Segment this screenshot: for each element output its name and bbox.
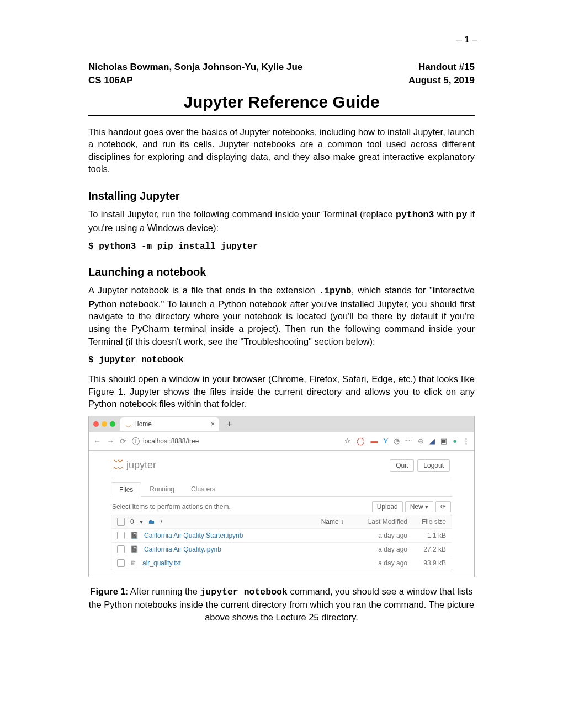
tab-running[interactable]: Running	[141, 481, 183, 496]
text: ython	[94, 299, 120, 309]
title-rule	[88, 115, 475, 116]
file-table-header: 0 ▾ 🖿 / Name ↓ Last Modified File size	[111, 515, 452, 529]
bold-b: b	[138, 299, 144, 309]
browser-tab[interactable]: ◡ Home ×	[120, 417, 219, 431]
size-column-header[interactable]: File size	[413, 518, 446, 526]
window-controls[interactable]	[93, 421, 115, 427]
extension-icon[interactable]: ◢	[429, 437, 435, 445]
text: nteractive	[435, 285, 475, 295]
file-size: 1.1 kB	[413, 532, 446, 539]
launch-paragraph-2: This should open a window in your browse…	[88, 373, 475, 410]
refresh-button[interactable]: ⟳	[435, 501, 451, 512]
figure-caption: Figure 1: After running the jupyter note…	[88, 585, 475, 623]
close-icon[interactable]	[93, 421, 99, 427]
inline-code-python3: python3	[396, 210, 434, 220]
handout-number: Handout #15	[408, 61, 475, 74]
selected-count: 0	[130, 518, 134, 526]
inline-code-ipynb: .ipynb	[318, 286, 351, 296]
text: , which stands for "	[352, 285, 433, 295]
back-icon[interactable]: ←	[93, 437, 101, 446]
bold-n: n	[120, 299, 125, 309]
site-info-icon[interactable]: i	[132, 437, 140, 445]
row-checkbox[interactable]	[117, 532, 125, 539]
extension-icon[interactable]: ⊕	[418, 437, 424, 445]
address-field[interactable]: i localhost:8888/tree	[132, 437, 199, 445]
row-checkbox[interactable]	[117, 559, 125, 567]
table-row[interactable]: 📓 California Air Quality Starter.ipynb a…	[111, 529, 452, 543]
file-name[interactable]: air_quality.txt	[142, 559, 349, 567]
browser-screenshot: ◡ Home × + ← → ⟳ i localhost:8888/tree ☆…	[88, 416, 475, 577]
file-table: 0 ▾ 🖿 / Name ↓ Last Modified File size 📓…	[111, 515, 452, 570]
figure-label: Figure 1	[90, 586, 125, 596]
maximize-icon[interactable]	[110, 421, 115, 427]
tab-strip: ◡ Home × +	[89, 416, 474, 432]
forward-icon[interactable]: →	[107, 437, 114, 446]
authors: Nicholas Bowman, Sonja Johnson-Yu, Kylie…	[88, 61, 302, 74]
file-modified: a day ago	[355, 545, 407, 553]
extension-icon[interactable]: ▣	[440, 437, 447, 445]
text: with	[434, 209, 456, 219]
url-text: localhost:8888/tree	[143, 437, 199, 445]
breadcrumb-slash: /	[161, 518, 162, 526]
reload-icon[interactable]: ⟳	[120, 437, 126, 446]
close-tab-icon[interactable]: ×	[211, 420, 215, 428]
table-row[interactable]: 📓 California Air Quality.ipynb a day ago…	[111, 543, 452, 556]
modified-column-header[interactable]: Last Modified	[355, 518, 407, 526]
inline-code-py: py	[456, 210, 468, 220]
page-title: Jupyter Reference Guide	[88, 93, 475, 111]
menu-icon[interactable]: ⋮	[463, 437, 470, 445]
select-all-checkbox[interactable]	[117, 518, 125, 526]
intro-paragraph: This handout goes over the basics of Jup…	[88, 126, 475, 175]
tab-clusters[interactable]: Clusters	[183, 481, 224, 496]
extension-icon[interactable]: 〰	[405, 437, 412, 445]
file-size: 93.9 kB	[413, 559, 446, 567]
upload-button[interactable]: Upload	[372, 501, 403, 512]
quit-button[interactable]: Quit	[390, 459, 414, 472]
install-paragraph: To install Jupyter, run the following co…	[88, 208, 475, 234]
tab-files[interactable]: Files	[111, 482, 141, 497]
star-icon[interactable]: ☆	[344, 437, 351, 445]
name-column-header[interactable]: Name ↓	[168, 518, 349, 526]
extension-icon[interactable]: Y	[383, 437, 388, 445]
table-row[interactable]: 🗎 air_quality.txt a day ago 93.9 kB	[111, 556, 452, 570]
jupyter-logo-icon: 〰〰	[113, 458, 123, 472]
url-bar: ← → ⟳ i localhost:8888/tree ☆ ◯ ▬ Y ◔ 〰 …	[89, 432, 474, 451]
extension-icon[interactable]: ◔	[394, 437, 400, 445]
bold-P: P	[88, 299, 94, 309]
inline-code-jupyter-notebook: jupyter notebook	[200, 587, 287, 597]
minimize-icon[interactable]	[102, 421, 107, 427]
row-checkbox[interactable]	[117, 545, 125, 553]
dropdown-icon[interactable]: ▾	[140, 518, 143, 526]
section-heading-launch: Launching a notebook	[88, 266, 475, 279]
logout-button[interactable]: Logout	[417, 459, 450, 472]
profile-avatar-icon[interactable]: ●	[453, 437, 457, 445]
extension-icon[interactable]: ◯	[357, 437, 365, 445]
new-tab-button[interactable]: +	[224, 419, 235, 429]
text: ook." To launch a Python notebook after …	[88, 299, 475, 346]
jupyter-page: 〰〰 jupyter Quit Logout Files Running Clu…	[89, 451, 474, 577]
launch-command: $ jupyter notebook	[88, 355, 475, 365]
text: ote	[125, 299, 138, 309]
install-command: $ python3 -m pip install jupyter	[88, 242, 475, 251]
file-icon: 🗎	[130, 559, 137, 567]
file-name[interactable]: California Air Quality.ipynb	[144, 545, 349, 553]
folder-icon[interactable]: 🖿	[148, 518, 155, 526]
file-modified: a day ago	[355, 559, 407, 567]
extension-icon[interactable]: ▬	[370, 437, 378, 445]
new-button[interactable]: New ▾	[405, 501, 433, 512]
notebook-icon: 📓	[130, 532, 139, 539]
notebook-icon: 📓	[130, 545, 139, 553]
file-name[interactable]: California Air Quality Starter.ipynb	[144, 532, 349, 539]
jupyter-logo-text: jupyter	[126, 459, 156, 471]
text: A Jupyter notebook is a file that ends i…	[88, 285, 318, 295]
section-heading-install: Installing Jupyter	[88, 190, 475, 202]
jupyter-logo[interactable]: 〰〰 jupyter	[113, 458, 156, 472]
text: : After running the	[126, 586, 200, 596]
tab-title: Home	[134, 420, 152, 428]
jupyter-action-bar: Select items to perform actions on them.…	[111, 497, 452, 515]
extension-icons: ☆ ◯ ▬ Y ◔ 〰 ⊕ ◢ ▣ ● ⋮	[344, 437, 470, 445]
course-code: CS 106AP	[88, 74, 302, 87]
text: To install Jupyter, run the following co…	[88, 209, 396, 219]
launch-paragraph-1: A Jupyter notebook is a file that ends i…	[88, 284, 475, 347]
select-items-label: Select items to perform actions on them.	[112, 503, 231, 511]
